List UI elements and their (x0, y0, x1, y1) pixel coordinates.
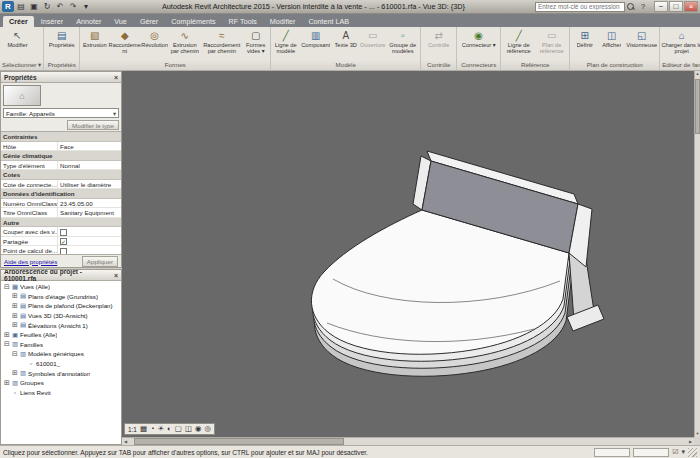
property-value[interactable]: Face (58, 142, 121, 151)
modify-button[interactable]: ↖ Modifier (1, 28, 34, 60)
property-value[interactable]: 23.45.05.00 (58, 199, 121, 208)
expander-icon[interactable]: ⊞ (11, 321, 19, 329)
tree-item-feuilles[interactable]: ⊞▣Feuilles (Alle) (1, 330, 121, 340)
detail-level-icon[interactable]: ▦ (140, 424, 147, 434)
tab-annoter[interactable]: Annoter (70, 16, 107, 27)
tab-rf-tools[interactable]: RF Tools (223, 16, 263, 27)
revolution-button[interactable]: ◎ Révolution (141, 28, 168, 60)
raccordement-par-chemin-button[interactable]: ≈ Raccordement par chemin (201, 28, 242, 60)
expander-icon[interactable]: ⊞ (11, 369, 19, 377)
vertical-scrollbar[interactable]: ▲ ▼ (694, 71, 700, 437)
expander-icon[interactable]: ⊟ (11, 350, 19, 358)
search-icon[interactable] (627, 3, 635, 11)
modify-type-button[interactable]: Modifier le type (67, 120, 119, 130)
tab-creer[interactable]: Créer (3, 16, 34, 27)
property-row-cote-connecteur[interactable]: Cote de connecte...Utiliser le diamètre (1, 180, 121, 190)
extrusion-button[interactable]: ▧ Extrusion (81, 28, 108, 60)
property-value[interactable]: Sanitary Equipment (58, 208, 121, 217)
maximize-button[interactable]: □ (669, 1, 683, 12)
tree-item-610001[interactable]: ▫610001_ (1, 359, 121, 369)
couper-avec-checkbox[interactable] (60, 229, 67, 236)
groupe-de-modeles-button[interactable]: ▫ Groupe de modèles (386, 28, 419, 60)
open-icon[interactable]: ▤ (15, 1, 27, 12)
project-browser-header[interactable]: Arborescence du projet - 610001.rfa × (1, 270, 121, 281)
property-value[interactable]: Utiliser le diamètre (58, 180, 121, 189)
apply-button[interactable]: Appliquer (82, 256, 118, 267)
tab-gerer[interactable]: Gérer (134, 16, 164, 27)
drawing-area[interactable]: 1:1 ▦ ◔ ☀ ◐ ▢ ◫ ◉ ◎ (122, 71, 694, 437)
texte-3d-button[interactable]: A Texte 3D (332, 28, 359, 60)
section-autre[interactable]: Autre (1, 218, 121, 228)
properties-close-icon[interactable]: × (114, 74, 118, 81)
workset-selector[interactable] (594, 448, 630, 457)
expander-icon[interactable]: ⊞ (3, 331, 11, 339)
horizontal-scrollbar[interactable]: ◀ ▶ (122, 437, 694, 445)
tree-item-symboles-annotation[interactable]: ⊞▥Symboles d'annotation (1, 368, 121, 378)
qat-dropdown-icon[interactable]: ▾ (80, 1, 92, 12)
search-input[interactable] (535, 2, 625, 12)
tab-modifier[interactable]: Modifier (264, 16, 302, 27)
panel-label-selectionner[interactable]: Sélectionner ▾ (0, 60, 43, 70)
tab-complements[interactable]: Compléments (165, 16, 221, 27)
ligne-de-reference-button[interactable]: ╱ Ligne de référence (502, 28, 535, 60)
section-genie-climatique[interactable]: Génie climatique (1, 151, 121, 161)
scroll-down-arrow[interactable]: ▼ (695, 431, 700, 437)
visual-style-icon[interactable]: ◔ (150, 424, 155, 434)
scroll-up-arrow[interactable]: ▲ (695, 71, 700, 77)
raccordement-button[interactable]: ◆ Raccordement (108, 28, 141, 60)
tree-item-modeles-generiques[interactable]: ⊟▥Modèles génériques (1, 349, 121, 359)
redo-icon[interactable]: ↷ (67, 1, 79, 12)
tab-vue[interactable]: Vue (108, 16, 133, 27)
partagee-checkbox[interactable]: ✓ (60, 238, 67, 245)
property-row-hote[interactable]: HôteFace (1, 142, 121, 152)
charger-dans-le-projet-button[interactable]: ⌂ Charger dans le projet (661, 28, 700, 60)
vertical-scroll-thumb[interactable] (695, 79, 700, 134)
definir-button[interactable]: ⊞ Définir (571, 28, 598, 60)
formes-vides-button[interactable]: ▢ Formes vides ▾ (242, 28, 269, 60)
help-icon[interactable]: ? (637, 1, 649, 12)
scroll-right-arrow[interactable]: ▶ (687, 438, 694, 445)
family-type-selector[interactable]: Famille: Appareils ▾ (3, 108, 119, 118)
sync-icon[interactable]: ↻ (41, 1, 53, 12)
project-browser-close-icon[interactable]: × (114, 272, 118, 279)
filter-dropdown-icon[interactable]: ▾ (681, 448, 685, 456)
undo-icon[interactable]: ↶ (54, 1, 66, 12)
tree-item-vues-3d[interactable]: ⊞▤Vues 3D (3D-Ansicht) (1, 311, 121, 321)
tree-item-familles[interactable]: ⊟▥Familles (1, 340, 121, 350)
resize-grip[interactable] (688, 448, 697, 457)
crop-view-icon[interactable]: ▢ (175, 424, 182, 434)
expander-icon[interactable]: ⊞ (3, 379, 11, 387)
toilet-3d-model[interactable] (122, 71, 694, 437)
tree-item-plans-etage[interactable]: ⊞▤Plans d'étage (Grundriss) (1, 292, 121, 302)
extrusion-par-chemin-button[interactable]: ∿ Extrusion par chemin (168, 28, 201, 60)
tree-item-plans-plafond[interactable]: ⊞▤Plans de plafond (Deckenplan) (1, 301, 121, 311)
properties-button[interactable]: ▤ Propriétés (45, 28, 78, 60)
expander-icon[interactable]: ⊞ (11, 312, 19, 320)
shadows-icon[interactable]: ◐ (167, 424, 172, 434)
expander-icon[interactable]: ⊟ (3, 283, 11, 291)
horizontal-scroll-thumb[interactable] (134, 438, 344, 445)
afficher-button[interactable]: ◫ Afficher (598, 28, 625, 60)
property-row-type-element[interactable]: Type d'élémentNormal (1, 161, 121, 171)
section-cotes[interactable]: Cotes (1, 170, 121, 180)
design-option-selector[interactable] (633, 448, 669, 457)
property-row-numero-omniclass[interactable]: Numéro OmniClass23.45.05.00 (1, 199, 121, 209)
tab-inserer[interactable]: Insérer (35, 16, 69, 27)
properties-palette-header[interactable]: Propriétés × (1, 72, 121, 83)
temporary-hide-icon[interactable]: ◉ (195, 424, 202, 434)
scroll-left-arrow[interactable]: ◀ (122, 438, 129, 445)
tree-item-liens-revit[interactable]: ▫Liens Revit (1, 388, 121, 398)
tab-content-lab[interactable]: Content LAB (302, 16, 355, 27)
property-row-point-calcul[interactable]: Point de calcul de... (1, 246, 121, 254)
save-icon[interactable]: ▣ (28, 1, 40, 12)
sun-path-icon[interactable]: ☀ (158, 424, 165, 434)
expander-icon[interactable]: ⊟ (3, 340, 11, 348)
properties-help-link[interactable]: Aide des propriétés (4, 258, 57, 265)
reveal-hidden-icon[interactable]: ◎ (205, 424, 212, 434)
property-row-partagee[interactable]: Partagée✓ (1, 237, 121, 247)
visionneuse-button[interactable]: ◱ Visionneuse (625, 28, 658, 60)
composant-button[interactable]: ▥ Composant (299, 28, 332, 60)
section-contraintes[interactable]: Contraintes (1, 132, 121, 142)
property-value[interactable]: Normal (58, 161, 121, 170)
property-row-couper-avec[interactable]: Couper avec des v... (1, 227, 121, 237)
